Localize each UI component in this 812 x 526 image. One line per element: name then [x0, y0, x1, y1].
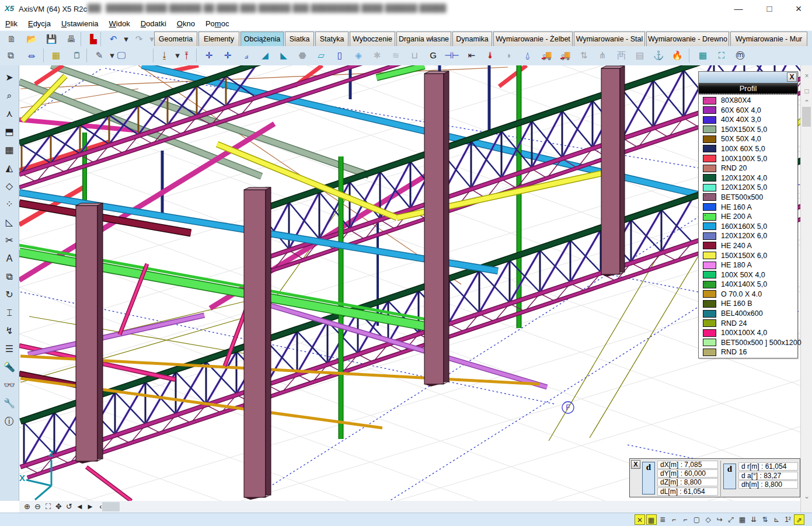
profil-item[interactable]: HE 200 A [699, 212, 797, 222]
profil-close-button[interactable]: X [787, 72, 797, 82]
bridge-icon[interactable]: ⌶ [2, 305, 17, 321]
profil-item[interactable]: 50X 50X 4,0 [699, 134, 797, 144]
profil-item[interactable]: 160X160X 5,0 [699, 222, 797, 232]
new-file-icon[interactable]: 🗎 [4, 32, 20, 46]
tab-wyboczenie[interactable]: Wyboczenie [350, 32, 395, 46]
model-viewport[interactable]: FZXY [19, 65, 800, 501]
profil-item[interactable]: 100X 50X 4,0 [699, 270, 797, 280]
panel-load-icon[interactable]: ▯ [332, 48, 348, 62]
tab-wymiarowanie-mur[interactable]: Wymiarowanie - Mur [730, 32, 807, 46]
snap-grid-icon[interactable]: ▦ [646, 514, 657, 525]
profil-item[interactable]: 100X100X 5,0 [699, 154, 797, 164]
display-icon[interactable]: 🖵 [113, 48, 130, 62]
mesh-teal-icon[interactable]: ▦ [695, 48, 711, 62]
maximize-button[interactable]: □ [756, 0, 783, 18]
profil-item[interactable]: 120X120X 6,0 [699, 231, 797, 241]
tab-siatka[interactable]: Siatka [285, 32, 314, 46]
updown-icon[interactable]: ⇅ [576, 48, 592, 62]
panel-close-icon[interactable]: × [801, 70, 812, 82]
dyngraph-icon[interactable]: ⋔ [594, 48, 611, 62]
redo-caret-icon[interactable]: ▾ [144, 32, 160, 46]
pdf-icon[interactable]: ▙ [85, 32, 102, 46]
frame2-icon[interactable]: ▤ [632, 48, 648, 62]
workplane-icon[interactable]: ⌐ [669, 514, 679, 525]
profil-item[interactable]: 40X 40X 3,0 [699, 115, 797, 125]
thermo-icon[interactable]: 🌡 [482, 48, 499, 62]
triangles-icon[interactable]: ◭ [2, 161, 17, 176]
truck1-icon[interactable]: 🚚 [538, 48, 555, 62]
profil-item[interactable]: HE 160 A [699, 203, 797, 213]
menu-pomoc[interactable]: Pomoc [205, 19, 229, 28]
menu-widok[interactable]: Widok [109, 19, 130, 28]
profil-item[interactable]: O 70.0 X 4.0 [699, 290, 797, 299]
profil-item[interactable]: HE 160 B [699, 299, 797, 309]
d-button-2[interactable]: d [723, 464, 736, 489]
close-button[interactable]: × [785, 0, 812, 18]
wrench-icon[interactable]: 🔧 [2, 396, 17, 411]
profil-item[interactable]: RND 16 [699, 347, 797, 357]
cursor-icon[interactable]: ➤ [2, 70, 17, 85]
snapgrid-icon[interactable]: ⁘ [2, 197, 17, 212]
workplane2-icon[interactable]: ⌐ [680, 514, 691, 525]
info-icon[interactable]: ⓘ [2, 414, 17, 429]
updown-arrows-icon[interactable]: ⇅ [760, 514, 771, 525]
profil-item[interactable]: 100X 60X 5,0 [699, 144, 797, 154]
glasses-icon[interactable]: 👓 [2, 378, 17, 393]
menu-okno[interactable]: Okno [177, 19, 195, 28]
profil-item[interactable]: HE 180 A [699, 260, 797, 270]
menu-dodatki[interactable]: Dodatki [141, 19, 166, 28]
snow-icon[interactable]: ✱ [369, 48, 385, 62]
menu-ustawienia[interactable]: Ustawienia [61, 19, 99, 28]
right-scrollbar[interactable]: × □ ⌃ ⌄ [800, 65, 812, 514]
minimize-button[interactable]: — [725, 0, 752, 18]
print-icon[interactable]: 🖶 [63, 32, 79, 46]
renumber-icon[interactable]: ↻ [2, 287, 17, 302]
diamond-icon[interactable]: ◇ [2, 179, 17, 194]
profil-item[interactable]: RND 20 [699, 163, 797, 173]
gravity-icon[interactable]: G [425, 48, 441, 62]
profil-item[interactable]: RND 24 [699, 319, 797, 329]
m-circle-icon[interactable]: ⓜ [732, 48, 748, 62]
anchor-icon[interactable]: ⚓ [650, 48, 667, 62]
zoom-in-icon[interactable]: ⊕ [22, 501, 32, 513]
table-gray-icon[interactable]: ☰ [2, 342, 17, 357]
tab-dynamika[interactable]: Dynamika [452, 32, 492, 46]
palette-icon[interactable]: ▦ [2, 142, 17, 158]
scroll-down-icon[interactable]: ⌄ [801, 490, 812, 502]
tab-wymiarowanie-elbet[interactable]: Wymiarowanie - Żelbet [493, 32, 573, 46]
hexagon-icon[interactable]: ⬣ [294, 48, 311, 62]
blob-icon[interactable]: ◗ [501, 48, 517, 62]
down-arrows-icon[interactable]: ⇊ [748, 514, 759, 525]
dimension-icon[interactable]: A [2, 251, 17, 266]
bucket-icon[interactable]: ⊔ [406, 48, 423, 62]
chart-load-icon[interactable]: ◢ [257, 48, 273, 62]
profil-item[interactable]: 120X120X 4,0 [699, 173, 797, 183]
profil-item[interactable]: 150X150X 5,0 [699, 125, 797, 135]
axes-triad-icon[interactable]: ⊾ [771, 514, 782, 525]
chart-load2-icon[interactable]: ◣ [276, 48, 292, 62]
tab-drgania-w-asne[interactable]: Drgania własne [396, 32, 451, 46]
tab-statyka[interactable]: Statyka [315, 32, 349, 46]
frame1-icon[interactable]: 襾 [613, 48, 629, 62]
truck2-icon[interactable]: 🚚 [557, 48, 573, 62]
forceF-icon[interactable]: ⇤ [463, 48, 480, 62]
profil-titlebar[interactable] [699, 72, 797, 83]
tab-wymiarowanie-drewno[interactable]: Wymiarowanie - Drewno [646, 32, 729, 46]
d-button-1[interactable]: d [642, 462, 655, 494]
solid-icon[interactable]: ⬒ [2, 124, 17, 140]
table-icon[interactable]: ▦ [48, 48, 64, 62]
profil-item[interactable]: BET500x500 [699, 193, 797, 203]
zoom-undo-icon[interactable]: ◄ [75, 501, 85, 513]
add-load-icon[interactable]: ⭱ [179, 48, 195, 62]
stack-icon[interactable]: ≣ [657, 514, 668, 525]
zoom-fit-icon[interactable]: ⛶ [43, 501, 53, 513]
tab-geometria[interactable]: Geometria [154, 32, 197, 46]
support1-icon[interactable]: ✛ [201, 48, 217, 62]
save-icon[interactable]: 💾 [43, 32, 60, 46]
profil-item[interactable]: 80X80X4 [699, 96, 797, 106]
pan-icon[interactable]: ✥ [54, 501, 64, 513]
vertex-icon[interactable]: ◇ [703, 514, 713, 525]
diamond-arrow-icon[interactable]: ◈ [350, 48, 367, 62]
profil-item[interactable]: 60X 60X 4,0 [699, 106, 797, 116]
surface-load-icon[interactable]: ▱ [313, 48, 329, 62]
